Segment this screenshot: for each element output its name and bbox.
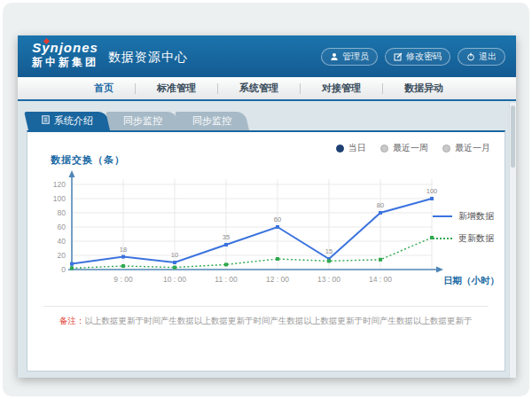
chart-legend: 新增数据 更新数据 [433, 210, 494, 254]
filter-label: 最近一月 [455, 142, 490, 154]
brand-logo-cn: 新中新集团 [32, 56, 98, 69]
filter-option-today[interactable]: 当日 [336, 142, 366, 154]
filter-option-last-month[interactable]: 最近一月 [442, 142, 490, 154]
svg-text:60: 60 [274, 215, 281, 223]
svg-text:9 : 00: 9 : 00 [113, 275, 133, 284]
filter-option-last-week[interactable]: 最近一周 [380, 142, 428, 154]
svg-text:40: 40 [58, 237, 66, 246]
logout-label: 退出 [479, 51, 497, 63]
tab-sync-monitor-2[interactable]: 同步监控 [179, 112, 245, 130]
nav-item-system-mgmt[interactable]: 系统管理 [218, 77, 300, 99]
svg-text:10 : 00: 10 : 00 [163, 275, 186, 284]
svg-text:12 : 00: 12 : 00 [266, 275, 289, 284]
edit-icon [394, 52, 403, 61]
svg-text:100: 100 [53, 194, 66, 203]
filter-label: 当日 [348, 142, 366, 154]
user-button[interactable]: 管理员 [321, 48, 378, 66]
svg-text:120: 120 [53, 180, 66, 189]
nav-item-standard-mgmt[interactable]: 标准管理 [136, 77, 217, 99]
tab-label: 同步监控 [123, 112, 162, 130]
nav-item-interface-mgmt[interactable]: 对接管理 [301, 77, 382, 99]
scrollbar-thumb[interactable] [511, 106, 515, 168]
filter-label: 最近一周 [393, 142, 428, 154]
user-label: 管理员 [342, 51, 369, 63]
svg-text:80: 80 [58, 208, 66, 217]
time-range-filter: 当日 最近一周 最近一月 [336, 142, 490, 154]
tab-bar: 系统介绍 同步监控 同步监控 [28, 112, 248, 130]
power-icon [466, 52, 475, 61]
brand-logo-en: Synjones [32, 40, 98, 56]
note-prefix: 备注： [59, 316, 85, 325]
nav-item-home[interactable]: 首页 [73, 77, 135, 99]
page-background: Synjones 新中新集团 数据资源中心 管理员 修改密码 退出 [3, 3, 529, 396]
footer-note: 备注：以上数据更新于时间产生数据以上数据更新于时间产生数据以上数据更新于时间产生… [59, 316, 492, 327]
main-nav: 首页 标准管理 系统管理 对接管理 数据异动 [18, 77, 516, 101]
legend-label: 新增数据 [458, 210, 494, 223]
y-axis-title: 数据交换（条） [51, 153, 125, 167]
tab-system-intro[interactable]: 系统介绍 [28, 112, 106, 130]
person-icon [330, 52, 339, 61]
change-password-label: 修改密码 [406, 51, 442, 63]
svg-text:0: 0 [61, 265, 66, 274]
svg-text:100: 100 [426, 187, 438, 195]
nav-item-data-change[interactable]: 数据异动 [383, 77, 465, 99]
tab-sync-monitor-1[interactable]: 同步监控 [110, 112, 176, 130]
svg-text:15: 15 [325, 247, 332, 255]
legend-solid-line-icon [433, 215, 452, 217]
svg-text:20: 20 [58, 251, 66, 260]
tab-label: 同步监控 [192, 112, 231, 130]
radio-unselected-icon [442, 145, 450, 153]
note-divider [43, 306, 489, 307]
app-title: 数据资源中心 [108, 50, 188, 66]
note-text: 以上数据更新于时间产生数据以上数据更新于时间产生数据以上数据更新于时间产生数据以… [85, 316, 473, 325]
tab-label: 系统介绍 [54, 112, 93, 130]
svg-text:60: 60 [58, 223, 66, 231]
legend-dotted-line-icon [433, 238, 452, 239]
legend-item-new-data: 新增数据 [433, 210, 494, 223]
svg-text:13 : 00: 13 : 00 [317, 275, 340, 284]
svg-text:35: 35 [223, 233, 230, 241]
scrollbar-track[interactable] [509, 103, 516, 378]
svg-text:10: 10 [171, 251, 178, 259]
radio-unselected-icon [380, 145, 388, 153]
change-password-button[interactable]: 修改密码 [385, 48, 450, 66]
svg-text:14 : 00: 14 : 00 [369, 275, 392, 284]
brand-logo: Synjones 新中新集团 [32, 40, 98, 69]
content-panel: 当日 最近一周 最近一月 数据交换（条） 0204060801001209 : … [27, 130, 505, 372]
svg-text:80: 80 [377, 201, 384, 209]
app-header: Synjones 新中新集团 数据资源中心 管理员 修改密码 退出 [18, 35, 516, 77]
svg-text:18: 18 [120, 246, 127, 254]
svg-text:11 : 00: 11 : 00 [215, 275, 238, 284]
radio-selected-icon [336, 145, 344, 153]
document-icon [42, 112, 50, 130]
legend-item-update-data: 更新数据 [433, 232, 494, 245]
app-window: Synjones 新中新集团 数据资源中心 管理员 修改密码 退出 [18, 35, 516, 378]
svg-text:日期（小时）: 日期（小时） [443, 275, 499, 286]
logout-button[interactable]: 退出 [458, 48, 505, 66]
header-actions: 管理员 修改密码 退出 [321, 48, 505, 66]
content-area: 系统介绍 同步监控 同步监控 当日 [18, 103, 516, 378]
legend-label: 更新数据 [458, 232, 494, 245]
